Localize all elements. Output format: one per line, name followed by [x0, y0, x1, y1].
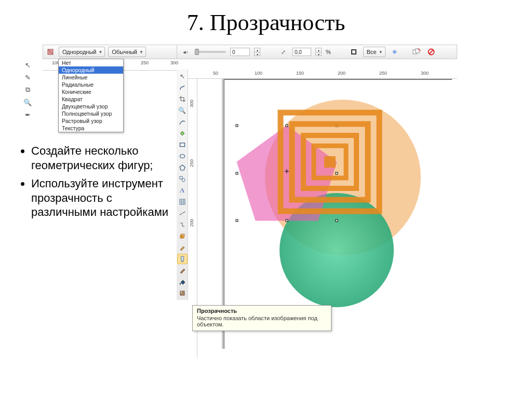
app-screenshot-top: Однородный ▼ Обычный ▼ Нет Однородный Ли…	[43, 45, 178, 135]
polygon-icon[interactable]	[177, 162, 188, 173]
svg-rect-9	[180, 176, 182, 179]
chevron-down-icon: ▼	[98, 50, 102, 54]
svg-rect-11	[180, 199, 185, 204]
svg-rect-2	[352, 50, 355, 53]
slider-thumb-icon[interactable]	[195, 49, 199, 55]
shape-edit-icon[interactable]	[177, 83, 188, 93]
transparency-tool-icon[interactable]	[177, 254, 188, 264]
ellipse-icon[interactable]	[177, 151, 188, 161]
transparency-slider[interactable]	[195, 51, 226, 53]
svg-rect-18	[236, 125, 238, 127]
dd-option-bitmap[interactable]: Растровый узор	[59, 117, 123, 125]
svg-point-17	[181, 292, 182, 293]
outline-pen-icon[interactable]	[177, 265, 188, 276]
tool-tooltip: Прозрачность Частично показать области и…	[192, 305, 331, 331]
dd-option-uniform[interactable]: Однородный	[59, 66, 123, 74]
dd-option-two-color[interactable]: Двухцветный узор	[59, 103, 123, 110]
copy-props-icon[interactable]	[411, 47, 422, 57]
tooltip-title: Прозрачность	[197, 308, 327, 314]
smart-fill-icon[interactable]	[177, 128, 188, 139]
svg-point-14	[181, 261, 183, 262]
svg-point-15	[179, 283, 181, 285]
dd-option-linear[interactable]: Линейные	[59, 74, 123, 81]
dd-option-conical[interactable]: Конические	[59, 88, 123, 95]
bullet-1: Создайте несколько геометрических фигур;	[31, 144, 171, 172]
zoom-icon[interactable]: 🔍	[177, 105, 188, 116]
coord-icon: ⤢	[278, 47, 288, 57]
transparency-type-list: Нет Однородный Линейные Радиальные Конич…	[58, 59, 124, 132]
coord-spinner[interactable]: ▴▾	[315, 48, 322, 56]
ruler-horizontal: 50 100 150 200 250 300	[188, 70, 457, 79]
slide-title: 7. Прозрачность	[0, 0, 532, 42]
chevron-down-icon: ▼	[379, 50, 383, 54]
value-spinner[interactable]: ▴▾	[254, 48, 260, 56]
transparency-mode-dropdown[interactable]: Обычный ▼	[108, 47, 146, 57]
svg-rect-19	[286, 125, 288, 127]
target-icon	[349, 47, 359, 57]
interactive-fill-icon[interactable]	[177, 288, 188, 298]
text-tool-icon[interactable]: A	[177, 185, 188, 196]
percent-label: %	[326, 49, 331, 55]
dd-option-none[interactable]: Нет	[59, 59, 123, 66]
effects-icon[interactable]	[177, 231, 188, 241]
dimension-icon[interactable]	[177, 208, 188, 218]
property-bar: Однородный ▼ Обычный ▼	[43, 45, 178, 59]
freeze-icon[interactable]: ❄	[390, 47, 400, 57]
svg-rect-12	[180, 235, 183, 238]
bullet-2: Используйте инструмент прозрачность с ра…	[31, 176, 171, 219]
start-transparency-icon[interactable]: ◂▫	[180, 47, 191, 57]
svg-point-7	[180, 155, 184, 158]
edit-transparency-icon[interactable]	[45, 47, 56, 57]
property-bar-right: ◂▫ 0 ▴▾ ⤢ 0,0 ▴▾ % Все ▼ ❄	[177, 45, 457, 59]
transparency-type-dropdown[interactable]: Однородный ▼	[59, 47, 105, 57]
dd-option-full-color[interactable]: Полноцветный узор	[59, 110, 123, 117]
svg-rect-6	[180, 143, 184, 147]
svg-marker-8	[180, 165, 185, 170]
svg-rect-30	[324, 156, 336, 168]
connector-icon[interactable]	[177, 219, 188, 230]
toolbox-left-1: ↖ ✎ ⧉ 🔍 ✒	[22, 60, 33, 119]
svg-rect-22	[336, 172, 338, 174]
dd-option-square[interactable]: Квадрат	[59, 95, 123, 103]
dd-option-texture[interactable]: Текстура	[59, 125, 123, 132]
crop-icon[interactable]	[177, 94, 188, 104]
dropdown-label: Обычный	[112, 49, 137, 55]
transparency-value[interactable]: 0	[230, 48, 250, 56]
table-icon[interactable]	[177, 197, 188, 207]
shape-edit-icon[interactable]: ✎	[23, 73, 32, 82]
freehand-icon[interactable]: ✒	[23, 110, 32, 119]
tooltip-body: Частично показать области изображения по…	[197, 315, 327, 327]
chevron-down-icon: ▼	[139, 50, 143, 54]
pick-icon[interactable]: ↖	[23, 60, 32, 70]
rectangle-icon[interactable]	[177, 140, 188, 150]
svg-rect-24	[286, 219, 288, 222]
dd-option-radial[interactable]: Радиальные	[59, 81, 123, 88]
fill-icon[interactable]	[177, 277, 188, 287]
crop-icon[interactable]: ⧉	[23, 85, 32, 94]
svg-rect-25	[336, 219, 338, 222]
eyedropper-icon[interactable]	[177, 242, 188, 253]
shape-artwork	[197, 79, 457, 338]
app-screenshot-main: ↖ 🔍 A 50 100 150 200 250 300 300 250 200	[177, 66, 457, 357]
toolbox: ↖ 🔍 A	[177, 70, 188, 300]
dropdown-label: Однородный	[62, 49, 96, 55]
freehand-icon[interactable]	[177, 117, 188, 127]
svg-point-10	[182, 179, 185, 182]
basic-shapes-icon[interactable]	[177, 174, 188, 184]
apply-to-dropdown[interactable]: Все ▼	[363, 47, 385, 57]
no-transparency-icon[interactable]	[426, 47, 436, 57]
apply-to-label: Все	[367, 49, 377, 55]
svg-rect-16	[180, 291, 184, 295]
pick-icon[interactable]: ↖	[177, 71, 188, 81]
coord-input[interactable]: 0,0	[292, 48, 311, 56]
svg-rect-21	[236, 172, 238, 174]
svg-rect-23	[236, 219, 238, 222]
zoom-icon[interactable]: 🔍	[23, 98, 32, 107]
